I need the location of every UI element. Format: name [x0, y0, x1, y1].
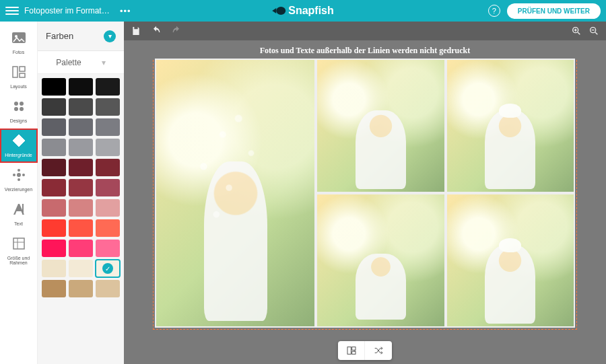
decorations-icon	[11, 167, 27, 186]
canvas-quick-actions	[338, 341, 392, 360]
color-swatch[interactable]	[42, 118, 66, 136]
tool-text[interactable]: Text	[0, 197, 38, 231]
zoom-in-icon[interactable]	[571, 26, 582, 36]
shuffle-icon[interactable]	[365, 341, 392, 360]
color-swatch[interactable]	[42, 280, 66, 297]
color-swatch[interactable]	[69, 159, 93, 176]
color-swatch[interactable]	[96, 78, 120, 96]
tool-label: Verzierungen	[5, 187, 32, 192]
tool-label: Fotos	[13, 50, 25, 54]
swatch-grid	[38, 74, 124, 364]
brand-logo[interactable]: Snapfish	[272, 5, 334, 17]
help-icon[interactable]: ?	[488, 5, 500, 17]
svg-point-12	[13, 174, 15, 176]
tool-label: Hintergründe	[5, 153, 32, 157]
svg-rect-14	[22, 204, 24, 215]
color-swatch[interactable]	[69, 240, 93, 257]
color-swatch[interactable]	[96, 139, 120, 156]
size-frame-icon	[11, 235, 27, 254]
color-swatch[interactable]	[42, 78, 66, 96]
more-icon[interactable]: •••	[117, 6, 134, 16]
svg-rect-4	[20, 73, 25, 77]
color-swatch[interactable]	[96, 159, 120, 176]
color-swatch[interactable]	[69, 118, 93, 136]
color-swatch[interactable]	[42, 199, 66, 217]
svg-point-6	[20, 102, 24, 106]
color-swatch[interactable]	[69, 260, 93, 277]
tool-layouts[interactable]: Layouts	[0, 60, 38, 94]
photo-slot[interactable]	[317, 194, 444, 326]
color-swatch[interactable]	[96, 240, 120, 257]
color-swatch[interactable]	[96, 98, 120, 116]
svg-point-8	[20, 107, 24, 111]
backgrounds-icon	[11, 133, 27, 151]
color-swatch[interactable]	[69, 280, 93, 297]
poster-collage[interactable]	[155, 59, 575, 328]
autofill-icon[interactable]	[338, 341, 365, 360]
color-swatch[interactable]	[42, 98, 66, 116]
svg-rect-20	[351, 351, 355, 354]
color-swatch[interactable]	[96, 199, 120, 217]
color-swatch[interactable]	[69, 139, 93, 156]
project-title[interactable]: Fotoposter im Format 3…	[24, 6, 112, 15]
color-swatch[interactable]	[96, 260, 120, 277]
layouts-icon	[11, 64, 27, 83]
color-swatch[interactable]	[96, 280, 120, 297]
color-swatch[interactable]	[96, 179, 120, 196]
review-continue-button[interactable]: PRÜFEN UND WEITER	[507, 3, 601, 19]
tool-rail: Fotos Layouts Designs Hintergründe Verzi…	[0, 22, 38, 364]
panel-title: Farben	[46, 31, 73, 41]
photo-slot[interactable]	[156, 60, 314, 326]
photo-slot[interactable]	[447, 194, 574, 326]
color-swatch[interactable]	[69, 199, 93, 217]
color-swatch[interactable]	[42, 179, 66, 196]
color-swatch[interactable]	[96, 219, 120, 237]
fish-icon	[272, 7, 285, 15]
tool-fotos[interactable]: Fotos	[0, 26, 38, 60]
svg-rect-18	[347, 347, 351, 355]
color-swatch[interactable]	[42, 219, 66, 237]
tool-label: Designs	[10, 118, 27, 123]
svg-rect-15	[13, 238, 24, 249]
chevron-down-icon: ▾	[102, 58, 106, 67]
tool-label: Text	[14, 221, 23, 226]
bleed-hint: Fotos und Texte außerhalb der Linien wer…	[124, 40, 606, 59]
tool-label: Layouts	[10, 84, 27, 89]
photo-slot[interactable]	[447, 60, 574, 192]
menu-icon[interactable]	[5, 4, 19, 17]
farben-panel: Farben ▾ Palette ▾	[38, 22, 124, 364]
palette-dropdown[interactable]: Palette ▾	[38, 51, 124, 74]
photo-slot[interactable]	[317, 60, 444, 192]
svg-rect-19	[351, 347, 355, 351]
color-swatch[interactable]	[42, 139, 66, 156]
tool-designs[interactable]: Designs	[0, 94, 38, 129]
text-icon	[11, 201, 27, 220]
svg-rect-2	[13, 67, 18, 77]
svg-point-9	[17, 173, 21, 177]
photos-icon	[11, 30, 27, 48]
redo-icon	[171, 26, 182, 36]
color-swatch[interactable]	[42, 260, 66, 277]
svg-point-13	[22, 174, 25, 176]
tool-label: Größe und Rahmen	[0, 256, 38, 265]
color-swatch[interactable]	[96, 118, 120, 136]
color-swatch[interactable]	[42, 159, 66, 176]
palette-title: Palette	[56, 58, 81, 67]
zoom-out-icon[interactable]	[588, 26, 599, 36]
tool-hintergruende[interactable]: Hintergründe	[0, 129, 38, 163]
tool-verzierungen[interactable]: Verzierungen	[0, 163, 38, 197]
save-icon[interactable]	[131, 26, 141, 36]
canvas-toolbar	[124, 22, 606, 40]
undo-icon[interactable]	[151, 26, 162, 36]
color-swatch[interactable]	[69, 78, 93, 96]
tool-groesse-rahmen[interactable]: Größe und Rahmen	[0, 231, 38, 270]
svg-point-5	[14, 102, 18, 106]
collapse-icon[interactable]: ▾	[104, 30, 116, 42]
svg-point-11	[18, 178, 20, 181]
app-header: Fotoposter im Format 3… ••• Snapfish ? P…	[0, 0, 606, 22]
color-swatch[interactable]	[69, 219, 93, 237]
color-swatch[interactable]	[69, 98, 93, 116]
color-swatch[interactable]	[69, 179, 93, 196]
designs-icon	[11, 98, 27, 117]
color-swatch[interactable]	[42, 240, 66, 257]
